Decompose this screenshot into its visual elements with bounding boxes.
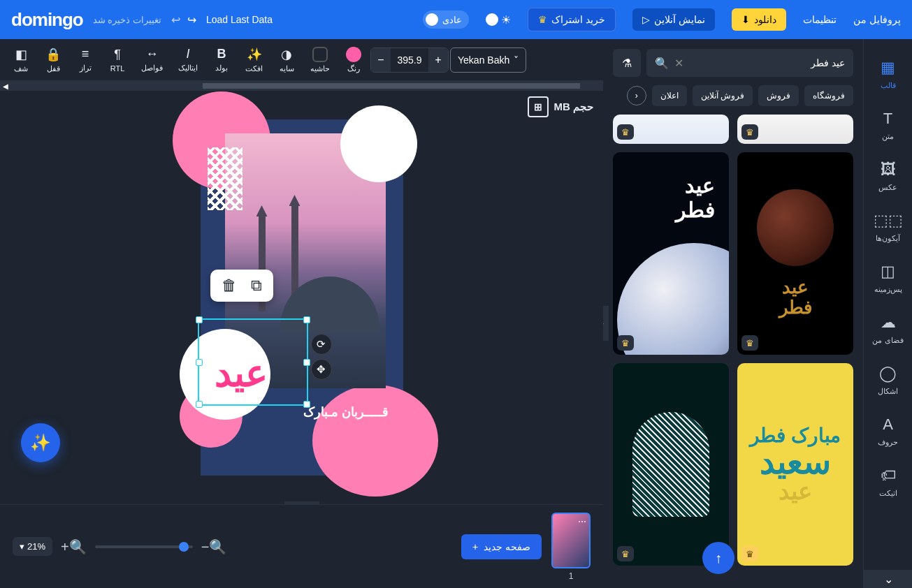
logo[interactable]: domingo [11,9,83,31]
template-card[interactable]: مبارک فطر سعید عید ♛ [737,363,853,566]
redo-icon[interactable]: ↪ [187,13,196,27]
template-card[interactable]: ♛ [613,115,729,144]
chip-store[interactable]: فروشگاه [804,85,853,106]
premium-badge: ♛ [617,124,634,140]
magic-wand-icon: ✨ [30,433,51,453]
clear-icon[interactable]: ✕ [674,57,683,70]
italic-tool[interactable]: I ایتالیک [171,44,205,75]
chip-sale[interactable]: فروش [758,85,799,106]
new-page-button[interactable]: صفحه جدید + [461,534,542,559]
duplicate-button[interactable]: ⧉ [251,277,262,295]
template-text-graphic: مبارک فطر سعید عید [750,426,841,503]
bold-tool[interactable]: B بولد [206,44,237,75]
scroll-top-button[interactable]: ↑ [702,542,734,574]
new-page-label: صفحه جدید [484,541,530,552]
shapes-icon: ◯ [879,365,897,383]
load-last-button[interactable]: Load Last Data [206,14,273,25]
sidebar-item-background[interactable]: ◫ پس‌زمینه [864,254,912,302]
rtl-tool[interactable]: ¶ RTL [102,45,133,75]
resize-handle[interactable] [196,401,203,408]
align-tool[interactable]: ≡ تراز [70,44,101,75]
profile-link[interactable]: پروفایل من [853,14,901,25]
rotate-button[interactable]: ⟳ [311,334,332,355]
border-tool[interactable]: حاشیه [303,44,337,76]
font-size-control: + − [370,47,449,73]
moon-graphic [617,243,729,355]
ruler-left-icon: ◀ [3,82,8,90]
download-button[interactable]: دانلود ⬇ [732,8,786,31]
effect-tool[interactable]: ✨ افکت [238,44,270,76]
lock-tool[interactable]: 🔒 قفل [38,44,68,76]
online-view-button[interactable]: نمایش آنلاین ▷ [632,8,715,31]
shadow-tool[interactable]: ◑ سایه [271,44,302,76]
resize-handle[interactable] [303,401,310,408]
template-card[interactable]: ♛ [613,363,729,566]
sidebar-item-icons[interactable]: ⬚⬚ آیکون‌ها [864,203,912,251]
premium-badge: ♛ [741,124,758,140]
search-input[interactable] [689,57,845,68]
sub-text-element[interactable]: قـــــربان مـبارک [215,404,389,420]
zoom-slider-thumb[interactable] [179,542,189,552]
sidebar-item-shapes[interactable]: ◯ اشکال [864,356,912,404]
decor-blob [312,385,438,497]
font-size-input[interactable] [391,47,428,73]
transparency-tool[interactable]: ◧ شف [6,44,36,76]
spacing-label: فواصل [141,64,163,73]
move-icon: ✥ [317,363,326,376]
zoom-out-button[interactable]: 🔍− [201,538,227,555]
design-canvas[interactable]: عید قـــــربان مـبارک ⟳ ✥ ⧉ 🗑 [201,119,403,476]
subscribe-label: خرید اشتراک [551,14,605,25]
size-icon[interactable]: ⊞ [528,96,549,117]
settings-link[interactable]: تنظیمات [803,14,837,25]
font-size-increase[interactable]: + [428,47,448,73]
font-family-select[interactable]: ˅ Yekan Bakh [450,47,526,73]
template-card[interactable]: عیدفطر ♛ [613,152,729,355]
align-label: تراز [80,64,92,73]
move-button[interactable]: ✥ [311,359,332,380]
resize-handle[interactable] [196,359,203,366]
magic-button[interactable]: ✨ [21,423,60,462]
zoom-percent-select[interactable]: 21% ▾ [13,537,52,556]
sidebar-item-text[interactable]: T متن [864,101,912,149]
zoom-in-button[interactable]: 🔍+ [61,538,87,555]
mode-toggle[interactable]: عادی [423,10,469,29]
spacing-tool[interactable]: ↔ فواصل [134,44,170,75]
font-name: Yekan Bakh [458,54,509,66]
resize-handle[interactable] [303,316,310,323]
page-thumbnail[interactable]: ⋯ [551,513,591,568]
template-icon: ▦ [881,59,895,77]
sidebar-item-image[interactable]: 🖼 عکس [864,152,912,200]
theme-toggle[interactable]: ☀ [486,13,511,27]
arrow-up-icon: ↑ [715,550,722,566]
chip-online-sale[interactable]: فروش آنلاین [693,85,753,106]
resize-handle[interactable] [303,359,310,366]
ornament-graphic [632,412,709,517]
sidebar-item-fonts[interactable]: A حروف [864,407,912,455]
rotate-icon: ⟳ [317,338,326,351]
effect-label: افکت [245,64,263,73]
premium-badge: ♛ [741,335,758,351]
template-card[interactable]: عیدفطر ♛ [737,152,853,355]
page-options-icon[interactable]: ⋯ [578,517,586,527]
sidebar-scroll-down[interactable]: ⌄ [864,570,912,588]
subscribe-button[interactable]: خرید اشتراک ♛ [528,8,616,31]
filter-button[interactable]: ⚗ [613,49,641,77]
color-tool[interactable]: رنگ [338,44,369,76]
template-card[interactable]: ♛ [737,115,853,144]
font-size-decrease[interactable]: − [371,47,391,73]
chip-notice[interactable]: اعلان [652,85,687,106]
sidebar-item-myspace[interactable]: ☁ فضای من [864,305,912,353]
zoom-slider[interactable] [95,545,193,548]
online-view-label: نمایش آنلاین [654,14,705,25]
chips-more[interactable]: ‹ [627,86,646,105]
selection-box[interactable]: ⟳ ✥ ⧉ 🗑 [198,318,308,406]
search-icon[interactable]: 🔍 [655,57,669,70]
border-label: حاشیه [310,64,330,73]
resize-handle[interactable] [196,316,203,323]
undo-icon[interactable]: ↩ [171,13,180,27]
sidebar-item-template[interactable]: ▦ قالب [864,50,912,98]
mode-label: عادی [442,15,462,25]
italic-icon: I [187,47,190,61]
delete-button[interactable]: 🗑 [222,277,237,295]
sidebar-item-etiquette[interactable]: 🏷 اتیکت [864,458,912,506]
